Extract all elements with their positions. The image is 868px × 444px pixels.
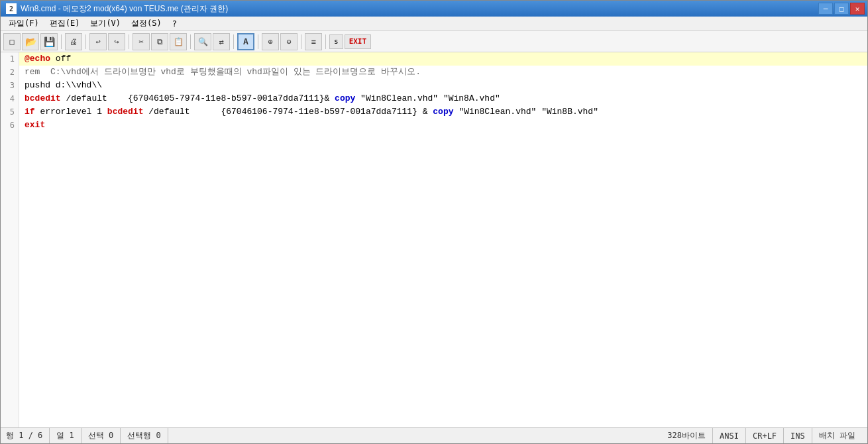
code-token: copy: [335, 93, 355, 103]
open-icon: 📂: [25, 36, 36, 47]
sep6: [258, 34, 258, 49]
titlebar: 2 Win8.cmd - 메모장2 mod(x64) von TEUS.me (…: [1, 1, 867, 17]
format-button[interactable]: ≡: [305, 33, 322, 50]
save-button[interactable]: 💾: [40, 33, 58, 50]
status-column: 열 1: [50, 428, 81, 443]
menu-file[interactable]: 파일(F): [3, 17, 44, 30]
code-line: bcdedit /default {67046105-7974-11e8-b59…: [19, 92, 867, 105]
code-line: rem C:\vhd에서 드라이브명만 vhd로 부팅했을때의 vhd파일이 있…: [19, 66, 867, 79]
code-token: pushd d:\\vhd\\: [25, 80, 102, 90]
wordwrap-icon: A: [243, 36, 248, 46]
menu-help[interactable]: ?: [167, 18, 182, 30]
redo-button[interactable]: ↪: [108, 33, 125, 50]
line-number: 4: [1, 92, 19, 105]
line-number: 3: [1, 79, 19, 92]
line-number: 2: [1, 66, 19, 79]
menubar: 파일(F) 편집(E) 보기(V) 설정(S) ?: [1, 17, 867, 31]
status-selection: 선택 0: [81, 428, 121, 443]
sep4: [190, 34, 191, 49]
paste-icon: 📋: [174, 37, 184, 46]
code-line: @echo off: [19, 52, 867, 66]
main-window: 2 Win8.cmd - 메모장2 mod(x64) von TEUS.me (…: [0, 0, 868, 444]
code-token: echo: [30, 54, 50, 64]
status-filetype: 배치 파일: [812, 428, 862, 443]
code-token: bcdedit: [25, 93, 61, 103]
paste-button[interactable]: 📋: [170, 33, 187, 50]
menu-edit[interactable]: 편집(E): [44, 17, 85, 30]
new-icon: □: [9, 37, 14, 46]
print-icon: 🖨: [70, 37, 78, 46]
minimize-button[interactable]: ─: [818, 3, 833, 15]
line-numbers: 123456: [1, 52, 19, 427]
status-position: 행 1 / 6: [6, 428, 50, 443]
copy-icon: ⧉: [157, 37, 163, 46]
sep3: [129, 34, 129, 49]
zoomout-button[interactable]: ⊖: [280, 33, 298, 50]
window-title: Win8.cmd - 메모장2 mod(x64) von TEUS.me (관리…: [21, 3, 228, 15]
code-token: rem C:\vhd에서 드라이브명만 vhd로 부팅했을때의 vhd파일이 있…: [25, 67, 421, 77]
wordwrap-button[interactable]: A: [237, 33, 254, 50]
line-number: 6: [1, 119, 19, 132]
line-number: 1: [1, 52, 19, 66]
menu-view[interactable]: 보기(V): [85, 17, 126, 30]
save-icon: 💾: [44, 36, 55, 47]
code-token: /default {67046106-7974-11e8-b597-001a7d…: [143, 107, 433, 117]
sep1: [61, 34, 62, 49]
status-lineending: CR+LF: [746, 428, 784, 443]
statusbar: 행 1 / 6 열 1 선택 0 선택행 0 328바이트 ANSI CR+LF…: [1, 427, 867, 443]
editor-area[interactable]: 123456 @echo offrem C:\vhd에서 드라이브명만 vhd로…: [1, 52, 867, 427]
sep2: [85, 34, 86, 49]
zoomin-icon: ⊕: [268, 37, 272, 46]
undo-icon: ↩: [95, 37, 100, 46]
redo-icon: ↪: [114, 37, 119, 46]
app-icon: 2: [6, 3, 17, 14]
status-selrows: 선택행 0: [121, 428, 168, 443]
sep8: [325, 34, 326, 49]
editor-content[interactable]: @echo offrem C:\vhd에서 드라이브명만 vhd로 부팅했을때의…: [19, 52, 867, 427]
code-line: exit: [19, 119, 867, 132]
sep5: [233, 34, 234, 49]
code-token: if: [25, 107, 35, 117]
code-token: "Win8Clean.vhd" "Win8B.vhd": [454, 107, 598, 117]
copy-button[interactable]: ⧉: [151, 33, 168, 50]
s-button[interactable]: s: [329, 34, 343, 49]
code-token: off: [50, 54, 71, 64]
code-token: "Win8Clean.vhd" "Win8A.vhd": [355, 93, 500, 103]
zoomin-button[interactable]: ⊕: [262, 33, 279, 50]
code-token: @: [25, 54, 30, 64]
code-line: if errorlevel 1 bcdedit /default {670461…: [19, 105, 867, 119]
code-token: copy: [433, 107, 453, 117]
code-token: exit: [25, 120, 45, 130]
find-icon: 🔍: [198, 37, 208, 46]
exit-button[interactable]: EXIT: [345, 34, 372, 49]
open-button[interactable]: 📂: [22, 33, 39, 50]
code-token: bcdedit: [107, 107, 144, 117]
code-token: errorlevel 1: [35, 107, 107, 117]
findreplace-icon: ⇄: [219, 37, 223, 46]
undo-button[interactable]: ↩: [89, 33, 107, 50]
zoomout-icon: ⊖: [286, 37, 291, 46]
print-button[interactable]: 🖨: [65, 33, 82, 50]
close-button[interactable]: ✕: [850, 3, 865, 15]
restore-button[interactable]: □: [834, 3, 849, 15]
new-button[interactable]: □: [3, 33, 21, 50]
format-icon: ≡: [311, 37, 315, 46]
sep7: [301, 34, 301, 49]
findreplace-button[interactable]: ⇄: [213, 33, 230, 50]
cut-icon: ✂: [138, 37, 143, 46]
status-filesize: 328바이트: [661, 428, 713, 443]
line-number: 5: [1, 105, 19, 119]
code-line: pushd d:\\vhd\\: [19, 79, 867, 92]
status-ins: INS: [784, 428, 812, 443]
titlebar-buttons: ─ □ ✕: [818, 3, 865, 15]
cut-button[interactable]: ✂: [133, 33, 150, 50]
find-button[interactable]: 🔍: [194, 33, 211, 50]
menu-settings[interactable]: 설정(S): [126, 17, 167, 30]
titlebar-left: 2 Win8.cmd - 메모장2 mod(x64) von TEUS.me (…: [6, 3, 228, 15]
toolbar: □ 📂 💾 🖨 ↩ ↪ ✂ ⧉ 📋 🔍: [1, 31, 867, 52]
status-encoding: ANSI: [713, 428, 746, 443]
code-token: /default {67046105-7974-11e8-b597-001a7d…: [61, 93, 335, 103]
